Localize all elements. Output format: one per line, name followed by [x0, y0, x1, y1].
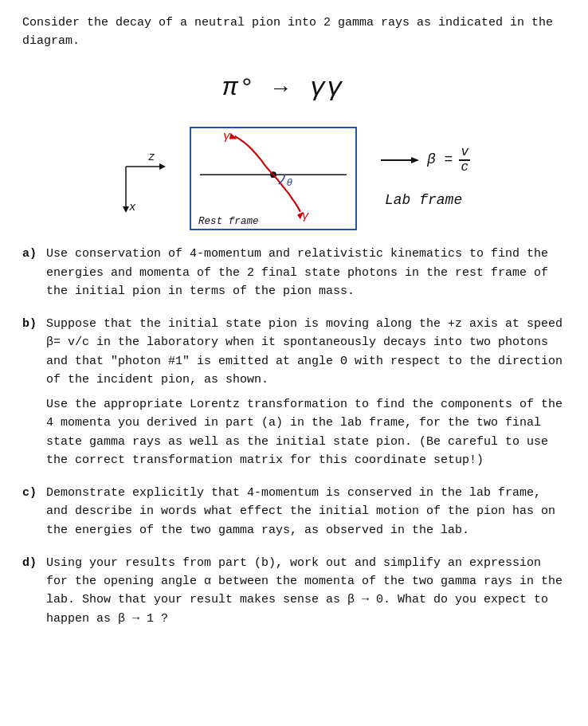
svg-marker-18	[411, 157, 419, 163]
svg-text:γγ: γγ	[310, 73, 343, 103]
svg-text:π°: π°	[222, 73, 256, 103]
svg-text:γ: γ	[302, 210, 310, 223]
question-b-label: b)	[22, 315, 41, 389]
question-d-label: d)	[22, 554, 41, 628]
question-a-block: a) Use conservation of 4-momentum and re…	[22, 245, 566, 300]
question-b-continuation: Use the appropriate Lorentz transformati…	[22, 395, 566, 469]
intro-text: Consider the decay of a neutral pion int…	[22, 14, 566, 50]
coordinate-system-svg: z x	[118, 143, 166, 214]
question-c-label: c)	[22, 484, 41, 540]
question-a-text: Use conservation of 4-momentum and relat…	[46, 245, 566, 300]
svg-text:Rest frame: Rest frame	[198, 217, 259, 228]
pion-equation: π° → γγ	[214, 65, 374, 116]
question-c: c) Demonstrate explicitly that 4-momentu…	[22, 484, 566, 540]
svg-text:θ: θ	[286, 178, 292, 189]
question-b-part1: b) Suppose that the initial state pion i…	[22, 315, 566, 389]
question-d-text: Using your results from part (b), work o…	[46, 554, 566, 628]
lab-frame-section: β = v c Lab frame	[381, 146, 470, 212]
question-c-text: Demonstrate explicitly that 4-momentum i…	[46, 484, 566, 540]
question-b-block: b) Suppose that the initial state pion i…	[22, 315, 566, 469]
question-b-text1: Suppose that the initial state pion is m…	[46, 315, 566, 389]
question-a-label: a)	[22, 245, 41, 300]
rest-frame-diagram: θ γ γ Rest frame	[191, 128, 355, 229]
svg-text:x: x	[128, 201, 136, 214]
svg-marker-4	[159, 163, 166, 170]
arrow-svg	[381, 149, 421, 171]
pion-equation-svg: π° → γγ	[214, 65, 374, 104]
diagram-row: z x	[118, 127, 470, 230]
svg-text:z: z	[148, 151, 155, 163]
question-d-block: d) Using your results from part (b), wor…	[22, 554, 566, 628]
svg-text:γ: γ	[223, 130, 231, 143]
diagram-section: π° → γγ z x	[22, 65, 566, 230]
svg-text:→: →	[274, 77, 289, 101]
fraction: v c	[459, 146, 470, 175]
lab-frame-label: Lab frame	[385, 190, 462, 212]
beta-row: β = v c	[381, 146, 470, 175]
beta-label: β =	[427, 149, 453, 171]
questions-section: a) Use conservation of 4-momentum and re…	[22, 245, 566, 628]
rest-frame-box: θ γ γ Rest frame	[190, 127, 357, 230]
question-c-block: c) Demonstrate explicitly that 4-momentu…	[22, 484, 566, 540]
svg-marker-7	[123, 206, 129, 213]
question-d: d) Using your results from part (b), wor…	[22, 554, 566, 628]
question-a: a) Use conservation of 4-momentum and re…	[22, 245, 566, 300]
